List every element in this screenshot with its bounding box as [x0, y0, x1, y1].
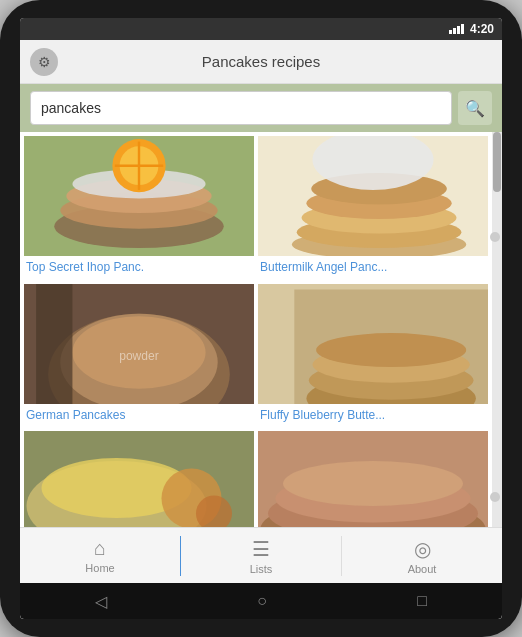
svg-text:powder: powder: [119, 348, 159, 362]
search-bar: 🔍: [20, 84, 502, 132]
recent-button[interactable]: □: [417, 592, 427, 610]
recipe-thumb-ihop: [24, 136, 254, 256]
nav-label-lists: Lists: [250, 563, 273, 575]
scrollbar[interactable]: [492, 132, 502, 527]
scroll-dot-top: [490, 232, 500, 242]
recipe-item-ihop[interactable]: Top Secret Ihop Panc.: [24, 136, 254, 280]
about-icon: ◎: [414, 537, 431, 561]
search-icon: 🔍: [465, 99, 485, 118]
android-nav: ◁ ○ □: [20, 583, 502, 619]
recipe-thumb-extra2: [258, 431, 488, 527]
search-input[interactable]: [30, 91, 452, 125]
page-title: Pancakes recipes: [58, 53, 464, 70]
nav-label-home: Home: [85, 562, 114, 574]
recipe-label-blueberry: Fluffy Blueberry Butte...: [258, 404, 488, 428]
search-button[interactable]: 🔍: [458, 91, 492, 125]
phone-frame: 4:20 ⚙ Pancakes recipes 🔍: [0, 0, 522, 637]
time-display: 4:20: [470, 22, 494, 36]
home-icon: ⌂: [94, 537, 106, 560]
recipe-grid: Top Secret Ihop Panc.: [20, 132, 492, 527]
content-area: Top Secret Ihop Panc.: [20, 132, 502, 527]
signal-icon: [449, 24, 464, 34]
recipe-item-buttermilk[interactable]: Buttermilk Angel Panc...: [258, 136, 488, 280]
nav-item-about[interactable]: ◎ About: [342, 528, 502, 583]
recipe-label-german: German Pancakes: [24, 404, 254, 428]
recipe-item-german[interactable]: powder German Pancakes: [24, 284, 254, 428]
svg-rect-21: [36, 284, 72, 404]
recipe-label-ihop: Top Secret Ihop Panc.: [24, 256, 254, 280]
recipe-item-extra1[interactable]: [24, 431, 254, 527]
recipe-item-blueberry[interactable]: Fluffy Blueberry Butte...: [258, 284, 488, 428]
svg-point-37: [283, 461, 463, 506]
nav-item-lists[interactable]: ☰ Lists: [181, 528, 341, 583]
nav-label-about: About: [408, 563, 437, 575]
scrollbar-thumb[interactable]: [493, 132, 501, 192]
status-bar: 4:20: [20, 18, 502, 40]
back-button[interactable]: ◁: [95, 592, 107, 611]
lists-icon: ☰: [252, 537, 270, 561]
svg-point-27: [316, 333, 466, 367]
nav-item-home[interactable]: ⌂ Home: [20, 528, 180, 583]
recipe-label-buttermilk: Buttermilk Angel Panc...: [258, 256, 488, 280]
bottom-nav: ⌂ Home ☰ Lists ◎ About: [20, 527, 502, 583]
scroll-dot-mid: [490, 492, 500, 502]
recipe-item-extra2[interactable]: [258, 431, 488, 527]
phone-screen: 4:20 ⚙ Pancakes recipes 🔍: [20, 18, 502, 619]
recipe-thumb-buttermilk: [258, 136, 488, 256]
home-button[interactable]: ○: [257, 592, 267, 610]
settings-icon[interactable]: ⚙: [30, 48, 58, 76]
top-bar: ⚙ Pancakes recipes: [20, 40, 502, 84]
recipe-thumb-german: powder: [24, 284, 254, 404]
recipe-thumb-blueberry: [258, 284, 488, 404]
recipe-thumb-extra1: [24, 431, 254, 527]
